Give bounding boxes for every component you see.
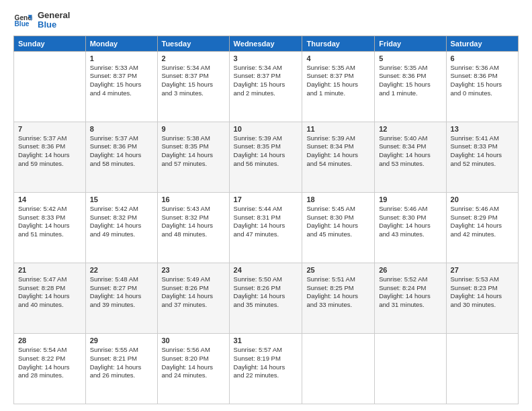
day-info: Sunrise: 5:37 AM Sunset: 8:36 PM Dayligh… [90, 134, 153, 169]
logo-general: General [38, 11, 70, 20]
day-number: 4 [306, 54, 370, 62]
day-info: Sunrise: 5:34 AM Sunset: 8:37 PM Dayligh… [162, 64, 225, 98]
day-info: Sunrise: 5:51 AM Sunset: 8:25 PM Dayligh… [306, 275, 370, 310]
calendar-cell: 4Sunrise: 5:35 AM Sunset: 8:37 PM Daylig… [302, 51, 375, 122]
calendar-week-5: 28Sunrise: 5:54 AM Sunset: 8:22 PM Dayli… [14, 333, 519, 404]
day-number: 23 [162, 266, 225, 274]
calendar-cell: 22Sunrise: 5:48 AM Sunset: 8:27 PM Dayli… [85, 263, 157, 333]
calendar-week-1: 1Sunrise: 5:33 AM Sunset: 8:37 PM Daylig… [14, 51, 519, 122]
day-info: Sunrise: 5:42 AM Sunset: 8:32 PM Dayligh… [90, 205, 153, 239]
calendar-page: General Blue General Blue SundayMondayTu… [0, 0, 532, 411]
day-number: 9 [162, 125, 225, 133]
calendar-cell [446, 333, 518, 404]
day-number: 30 [162, 336, 225, 345]
day-number: 8 [90, 125, 153, 133]
header: General Blue General Blue [13, 11, 519, 30]
day-number: 1 [90, 54, 153, 62]
day-number: 14 [18, 195, 81, 203]
day-number: 22 [90, 266, 153, 274]
day-header-sunday: Sunday [14, 36, 86, 51]
day-info: Sunrise: 5:53 AM Sunset: 8:23 PM Dayligh… [451, 275, 514, 310]
day-number: 21 [18, 266, 81, 274]
day-info: Sunrise: 5:43 AM Sunset: 8:32 PM Dayligh… [162, 205, 225, 239]
calendar-cell: 23Sunrise: 5:49 AM Sunset: 8:26 PM Dayli… [157, 263, 229, 333]
calendar-cell: 2Sunrise: 5:34 AM Sunset: 8:37 PM Daylig… [157, 51, 229, 122]
day-info: Sunrise: 5:38 AM Sunset: 8:35 PM Dayligh… [162, 134, 225, 169]
calendar-cell: 1Sunrise: 5:33 AM Sunset: 8:37 PM Daylig… [85, 51, 157, 122]
calendar-cell: 30Sunrise: 5:56 AM Sunset: 8:20 PM Dayli… [157, 333, 229, 404]
calendar-cell: 17Sunrise: 5:44 AM Sunset: 8:31 PM Dayli… [229, 192, 302, 263]
calendar-cell [302, 333, 375, 404]
day-number: 11 [306, 125, 370, 133]
day-info: Sunrise: 5:54 AM Sunset: 8:22 PM Dayligh… [18, 346, 81, 380]
day-number: 25 [306, 266, 370, 274]
calendar-cell: 12Sunrise: 5:40 AM Sunset: 8:34 PM Dayli… [375, 122, 446, 192]
day-info: Sunrise: 5:49 AM Sunset: 8:26 PM Dayligh… [162, 275, 225, 310]
calendar-cell: 29Sunrise: 5:55 AM Sunset: 8:21 PM Dayli… [85, 333, 157, 404]
calendar-cell: 3Sunrise: 5:34 AM Sunset: 8:37 PM Daylig… [229, 51, 302, 122]
day-info: Sunrise: 5:35 AM Sunset: 8:37 PM Dayligh… [306, 64, 370, 98]
calendar-cell: 20Sunrise: 5:46 AM Sunset: 8:29 PM Dayli… [446, 192, 518, 263]
calendar-cell: 11Sunrise: 5:39 AM Sunset: 8:34 PM Dayli… [302, 122, 375, 192]
day-info: Sunrise: 5:42 AM Sunset: 8:33 PM Dayligh… [18, 205, 81, 239]
calendar-cell: 31Sunrise: 5:57 AM Sunset: 8:19 PM Dayli… [229, 333, 302, 404]
day-number: 5 [379, 54, 441, 62]
calendar-cell: 8Sunrise: 5:37 AM Sunset: 8:36 PM Daylig… [85, 122, 157, 192]
day-number: 24 [234, 266, 298, 274]
day-info: Sunrise: 5:56 AM Sunset: 8:20 PM Dayligh… [162, 346, 225, 380]
calendar-cell: 16Sunrise: 5:43 AM Sunset: 8:32 PM Dayli… [157, 192, 229, 263]
day-header-saturday: Saturday [446, 36, 518, 51]
day-number: 29 [90, 336, 153, 345]
day-header-monday: Monday [85, 36, 157, 51]
calendar-cell: 27Sunrise: 5:53 AM Sunset: 8:23 PM Dayli… [446, 263, 518, 333]
day-number: 12 [379, 125, 441, 133]
calendar-table: SundayMondayTuesdayWednesdayThursdayFrid… [13, 36, 519, 404]
day-info: Sunrise: 5:57 AM Sunset: 8:19 PM Dayligh… [234, 346, 298, 380]
day-number: 10 [234, 125, 298, 133]
calendar-cell: 21Sunrise: 5:47 AM Sunset: 8:28 PM Dayli… [14, 263, 86, 333]
calendar-cell [14, 51, 86, 122]
calendar-cell: 15Sunrise: 5:42 AM Sunset: 8:32 PM Dayli… [85, 192, 157, 263]
day-number: 17 [234, 195, 298, 203]
calendar-cell: 9Sunrise: 5:38 AM Sunset: 8:35 PM Daylig… [157, 122, 229, 192]
day-number: 31 [234, 336, 298, 345]
svg-text:Blue: Blue [15, 21, 30, 28]
day-number: 18 [306, 195, 370, 203]
calendar-cell: 14Sunrise: 5:42 AM Sunset: 8:33 PM Dayli… [14, 192, 86, 263]
day-info: Sunrise: 5:34 AM Sunset: 8:37 PM Dayligh… [234, 64, 298, 98]
day-header-friday: Friday [375, 36, 446, 51]
day-info: Sunrise: 5:52 AM Sunset: 8:24 PM Dayligh… [379, 275, 441, 310]
logo-icon: General Blue [13, 11, 32, 30]
day-info: Sunrise: 5:45 AM Sunset: 8:30 PM Dayligh… [306, 205, 370, 239]
calendar-cell: 25Sunrise: 5:51 AM Sunset: 8:25 PM Dayli… [302, 263, 375, 333]
day-number: 19 [379, 195, 441, 203]
calendar-cell: 26Sunrise: 5:52 AM Sunset: 8:24 PM Dayli… [375, 263, 446, 333]
day-info: Sunrise: 5:40 AM Sunset: 8:34 PM Dayligh… [379, 134, 441, 169]
calendar-week-2: 7Sunrise: 5:37 AM Sunset: 8:36 PM Daylig… [14, 122, 519, 192]
day-info: Sunrise: 5:36 AM Sunset: 8:36 PM Dayligh… [451, 64, 514, 98]
calendar-cell: 28Sunrise: 5:54 AM Sunset: 8:22 PM Dayli… [14, 333, 86, 404]
logo-blue: Blue [38, 20, 70, 30]
day-number: 7 [18, 125, 81, 133]
day-info: Sunrise: 5:39 AM Sunset: 8:35 PM Dayligh… [234, 134, 298, 169]
calendar-cell: 24Sunrise: 5:50 AM Sunset: 8:26 PM Dayli… [229, 263, 302, 333]
calendar-cell: 6Sunrise: 5:36 AM Sunset: 8:36 PM Daylig… [446, 51, 518, 122]
day-info: Sunrise: 5:33 AM Sunset: 8:37 PM Dayligh… [90, 64, 153, 98]
day-number: 16 [162, 195, 225, 203]
day-number: 28 [18, 336, 81, 345]
day-header-wednesday: Wednesday [229, 36, 302, 51]
day-number: 20 [451, 195, 514, 203]
day-info: Sunrise: 5:35 AM Sunset: 8:36 PM Dayligh… [379, 64, 441, 98]
day-header-thursday: Thursday [302, 36, 375, 51]
logo: General Blue General Blue [13, 11, 70, 30]
day-number: 13 [451, 125, 514, 133]
calendar-cell: 13Sunrise: 5:41 AM Sunset: 8:33 PM Dayli… [446, 122, 518, 192]
day-info: Sunrise: 5:46 AM Sunset: 8:29 PM Dayligh… [451, 205, 514, 239]
day-number: 27 [451, 266, 514, 274]
day-info: Sunrise: 5:47 AM Sunset: 8:28 PM Dayligh… [18, 275, 81, 310]
day-number: 15 [90, 195, 153, 203]
calendar-week-4: 21Sunrise: 5:47 AM Sunset: 8:28 PM Dayli… [14, 263, 519, 333]
calendar-cell: 5Sunrise: 5:35 AM Sunset: 8:36 PM Daylig… [375, 51, 446, 122]
day-info: Sunrise: 5:46 AM Sunset: 8:30 PM Dayligh… [379, 205, 441, 239]
day-number: 26 [379, 266, 441, 274]
